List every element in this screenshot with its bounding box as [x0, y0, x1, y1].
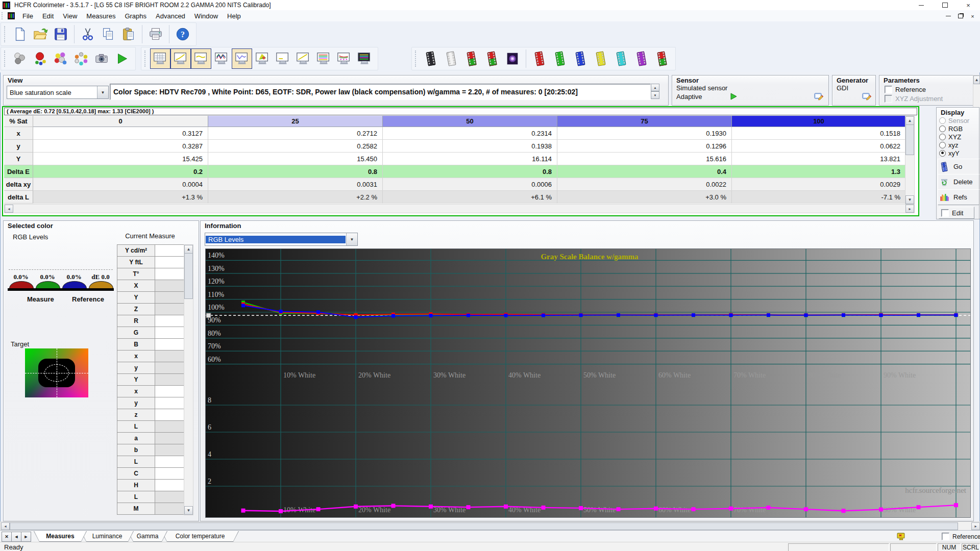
- view-cie-chart-button[interactable]: [252, 48, 273, 69]
- measure-row-value[interactable]: [155, 315, 184, 327]
- new-document-button[interactable]: [10, 24, 30, 44]
- delete-button[interactable]: Delete: [938, 174, 979, 190]
- run-measures-button[interactable]: [112, 48, 132, 69]
- grid-cell[interactable]: 1.3: [732, 165, 906, 178]
- spinner-up-icon[interactable]: ▲: [651, 84, 659, 91]
- current-measure-scrollbar[interactable]: ▲ ▼: [184, 244, 193, 515]
- measure-row-value[interactable]: [155, 339, 184, 350]
- cm-scroll-up-icon[interactable]: ▲: [184, 245, 193, 254]
- print-button[interactable]: [145, 24, 166, 44]
- grid-cell[interactable]: 0.8: [208, 165, 383, 178]
- grid-hscrollbar[interactable]: ◂ ▸: [4, 204, 915, 213]
- grid-column-header-25[interactable]: 25: [208, 116, 383, 127]
- grid-cell[interactable]: +1.3 %: [33, 191, 208, 204]
- measure-row-value[interactable]: [155, 304, 184, 315]
- radio-xyz[interactable]: xyz: [939, 141, 969, 149]
- checkbox-reference[interactable]: Reference: [885, 85, 943, 94]
- grid-column-header-75[interactable]: 75: [557, 116, 732, 127]
- grid-cell[interactable]: 0.2314: [383, 127, 557, 140]
- grid-cell[interactable]: 0.0622: [732, 140, 906, 153]
- cm-scroll-thumb[interactable]: [184, 253, 193, 299]
- grid-cell[interactable]: 15.450: [208, 153, 383, 165]
- measure-row-value[interactable]: [155, 409, 184, 421]
- film-rgb-button[interactable]: [652, 48, 672, 69]
- measure-free-button[interactable]: [51, 48, 71, 69]
- tab-prev-button[interactable]: ◄: [11, 532, 21, 542]
- measure-row-value[interactable]: [155, 421, 184, 433]
- paste-button[interactable]: [118, 24, 139, 44]
- menu-window[interactable]: Window: [190, 11, 223, 21]
- radio-dot[interactable]: [939, 150, 946, 157]
- spinner-down-icon[interactable]: ▼: [651, 91, 659, 99]
- edit-checkbox[interactable]: [941, 209, 949, 217]
- measure-row-value[interactable]: [155, 491, 184, 503]
- measure-row-value[interactable]: [155, 245, 184, 257]
- grid-cell[interactable]: 0.1518: [732, 127, 906, 140]
- film-green-button[interactable]: [550, 48, 570, 69]
- grid-cell[interactable]: 0.2: [33, 165, 208, 178]
- grid-cell[interactable]: 0.8: [383, 165, 557, 178]
- menu-edit[interactable]: Edit: [38, 11, 58, 21]
- radio-xyz[interactable]: XYZ: [939, 133, 969, 141]
- grid-vscrollbar[interactable]: ▲ ▼: [905, 116, 915, 205]
- view-gamma-curve-button[interactable]: [170, 48, 191, 69]
- save-button[interactable]: [51, 24, 71, 44]
- view-measure-diagonal-button[interactable]: [293, 48, 313, 69]
- view-history-curves-button[interactable]: [334, 48, 354, 69]
- film-red-button[interactable]: [529, 48, 550, 69]
- measure-row-value[interactable]: [155, 292, 184, 304]
- radio-dot[interactable]: [939, 126, 946, 132]
- menu-graphs[interactable]: Graphs: [120, 11, 151, 21]
- grid-cell[interactable]: 16.114: [383, 153, 557, 165]
- measure-row-value[interactable]: [155, 456, 184, 468]
- measure-row-value[interactable]: [155, 433, 184, 444]
- refs-button[interactable]: Refs: [938, 189, 979, 205]
- radio-dot[interactable]: [939, 134, 946, 140]
- measure-row-value[interactable]: [155, 397, 184, 409]
- grid-cell[interactable]: -7.1 %: [732, 191, 906, 204]
- film-galaxy-button[interactable]: [502, 48, 523, 69]
- grid-cell[interactable]: 15.616: [557, 153, 732, 165]
- grid-cell[interactable]: 0.3287: [33, 140, 208, 153]
- grid-cell[interactable]: 0.0029: [732, 178, 906, 191]
- film-yellow-button[interactable]: [591, 48, 611, 69]
- grid-scroll-down-icon[interactable]: ▼: [905, 195, 914, 204]
- menu-help[interactable]: Help: [223, 11, 246, 21]
- main-scroll-right-icon[interactable]: ▸: [971, 522, 980, 530]
- tab-measures[interactable]: Measures: [34, 531, 87, 542]
- grid-cell[interactable]: 0.1296: [557, 140, 732, 153]
- view-measure-dash-button[interactable]: [273, 48, 293, 69]
- film-rgb-primary-button[interactable]: [461, 48, 482, 69]
- scale-selector[interactable]: Blue saturation scale ▼: [7, 86, 109, 99]
- edit-button[interactable]: Edit: [939, 207, 974, 219]
- tab-luminance[interactable]: Luminance: [81, 531, 134, 542]
- grid-cell[interactable]: 0.1930: [557, 127, 732, 140]
- copy-button[interactable]: [98, 24, 118, 44]
- measure-continuous-button[interactable]: [71, 48, 91, 69]
- chevron-down-icon[interactable]: ▼: [97, 86, 108, 98]
- grid-cell[interactable]: +3.0 %: [557, 191, 732, 204]
- mdi-close-button[interactable]: ×: [967, 11, 978, 21]
- radio-xyy[interactable]: xyY: [939, 149, 969, 157]
- measure-row-value[interactable]: [155, 374, 184, 386]
- checkbox-box[interactable]: [885, 86, 892, 93]
- view-rgb-levels-button[interactable]: [191, 48, 211, 69]
- measure-row-value[interactable]: [155, 468, 184, 480]
- measure-row-value[interactable]: [155, 268, 184, 280]
- cut-button[interactable]: [78, 24, 98, 44]
- menu-measures[interactable]: Measures: [82, 11, 120, 21]
- help-about-button[interactable]: ?: [173, 24, 193, 44]
- measure-row-value[interactable]: [155, 444, 184, 456]
- grid-scroll-left-icon[interactable]: ◂: [5, 205, 13, 213]
- grid-cell[interactable]: +6.1 %: [383, 191, 557, 204]
- tab-close-button[interactable]: ✕: [2, 532, 12, 542]
- measure-row-value[interactable]: [155, 257, 184, 268]
- measure-row-value[interactable]: [155, 386, 184, 397]
- grid-column-header-50[interactable]: 50: [383, 116, 557, 127]
- measure-row-value[interactable]: [155, 362, 184, 374]
- grid-cell[interactable]: 0.0022: [557, 178, 732, 191]
- close-button[interactable]: ×: [957, 0, 980, 10]
- view-spectrum-lines-button[interactable]: [313, 48, 334, 69]
- main-hscroll-thumb[interactable]: [10, 522, 958, 530]
- view-data-grid-button[interactable]: [150, 48, 170, 69]
